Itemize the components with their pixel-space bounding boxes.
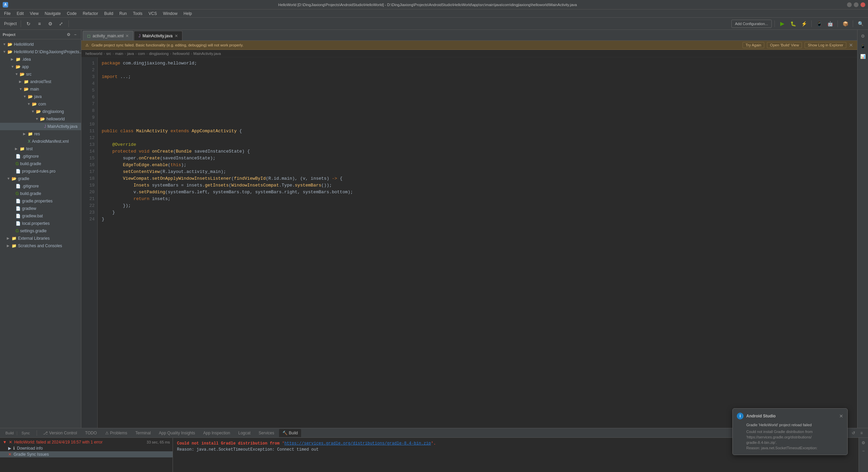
- tree-item[interactable]: 📄local.properties: [0, 220, 81, 227]
- breadcrumb-com[interactable]: com: [138, 52, 145, 56]
- menu-file[interactable]: File: [1, 11, 13, 17]
- tree-item[interactable]: ▼📂java: [0, 93, 81, 100]
- build-tree: ▼ ✕ HelloWorld: failed at 2024/4/19 16:5…: [0, 438, 173, 472]
- tree-item[interactable]: JMainActivity.java: [0, 123, 81, 130]
- tree-item[interactable]: ▼📂helloworld: [0, 115, 81, 123]
- toolbar-expand-btn[interactable]: ⤢: [56, 19, 66, 28]
- menu-run[interactable]: Run: [117, 11, 130, 17]
- breadcrumb-main[interactable]: main: [115, 52, 123, 56]
- menu-build[interactable]: Build: [101, 11, 116, 17]
- debug-button[interactable]: 🐛: [788, 19, 798, 28]
- tree-item[interactable]: Gsettings.gradle: [0, 227, 81, 235]
- avd-button[interactable]: 🤖: [825, 19, 835, 28]
- sync-banner-close[interactable]: ✕: [849, 42, 853, 48]
- toolbar-settings-btn[interactable]: ⚙: [45, 19, 55, 28]
- sdk-button[interactable]: 📦: [841, 19, 850, 28]
- build-filter-btn[interactable]: ≡: [858, 429, 865, 437]
- tab-build[interactable]: 🔨 Build: [279, 429, 301, 437]
- tree-item[interactable]: ▼📂HelloWorld: [0, 41, 81, 48]
- toolbar-sync-btn[interactable]: ↻: [24, 19, 33, 28]
- tab-problems[interactable]: ⚠ Problems: [102, 429, 131, 437]
- java-tab-close[interactable]: ✕: [175, 34, 178, 38]
- menu-vcs[interactable]: VCS: [146, 11, 160, 17]
- right-sidebar-btn-3[interactable]: 📊: [858, 52, 868, 61]
- notification-close-button[interactable]: ✕: [839, 413, 843, 419]
- code-content[interactable]: package com.dingjiaxiong.helloworld; imp…: [98, 57, 857, 428]
- menu-edit[interactable]: Edit: [14, 11, 26, 17]
- tree-item[interactable]: Gbuild.gradle: [0, 190, 81, 197]
- breadcrumb-mainactivity[interactable]: MainActivity.java: [193, 52, 221, 56]
- open-build-view-button[interactable]: Open 'Build' View: [767, 42, 802, 48]
- breadcrumb-src[interactable]: src: [106, 52, 111, 56]
- tree-item[interactable]: ▶📁androidTest: [0, 78, 81, 85]
- tree-item[interactable]: 📄gradle.properties: [0, 197, 81, 205]
- try-again-button[interactable]: Try Again: [743, 42, 764, 48]
- profile-button[interactable]: ⚡: [799, 19, 809, 28]
- build-tree-root[interactable]: ▼ ✕ HelloWorld: failed at 2024/4/19 16:5…: [0, 439, 173, 445]
- menu-refactor[interactable]: Refactor: [80, 11, 101, 17]
- panel-collapse-btn[interactable]: −: [72, 32, 78, 38]
- tab-services[interactable]: Services: [255, 429, 278, 437]
- tab-terminal[interactable]: Terminal: [132, 429, 154, 437]
- tree-item[interactable]: Gbuild.gradle: [0, 160, 81, 168]
- maximize-button[interactable]: [854, 2, 859, 7]
- tree-item[interactable]: ▼📂dingjiaxiong: [0, 108, 81, 115]
- menu-view[interactable]: View: [27, 11, 41, 17]
- tree-arrow: ▶: [19, 79, 22, 85]
- tree-item[interactable]: ▶📁.idea: [0, 56, 81, 63]
- xml-tab-close[interactable]: ✕: [125, 34, 129, 38]
- download-info-icon: ℹ: [13, 446, 15, 451]
- build-tree-gradle-sync[interactable]: ✕ Gradle Sync Issues: [0, 451, 173, 457]
- tree-icon: 📄: [16, 213, 21, 219]
- breadcrumb-dingjiaxiong[interactable]: dingjiaxiong: [149, 52, 169, 56]
- gradle-distribution-link[interactable]: https://services.gradle.org/distribution…: [284, 441, 431, 446]
- breadcrumb-helloworld2[interactable]: helloworld: [173, 52, 190, 56]
- tab-todo[interactable]: TODO: [82, 429, 100, 437]
- minimize-button[interactable]: [847, 2, 852, 7]
- menu-help[interactable]: Help: [181, 11, 195, 17]
- menu-tools[interactable]: Tools: [130, 11, 145, 17]
- right-sidebar-btn-2[interactable]: 📱: [858, 41, 868, 51]
- tree-item[interactable]: 📄proguard-rules.pro: [0, 168, 81, 175]
- tree-item[interactable]: 📄gradlew.bat: [0, 212, 81, 220]
- breadcrumb-java[interactable]: java: [127, 52, 134, 56]
- tree-item[interactable]: 📄.gitignore: [0, 182, 81, 190]
- run-button[interactable]: ▶: [777, 19, 787, 28]
- panel-settings-btn[interactable]: ⚙: [65, 32, 72, 38]
- tab-logcat[interactable]: Logcat: [235, 429, 254, 437]
- right-sidebar-btn-1[interactable]: ⚙: [858, 31, 868, 41]
- menu-window[interactable]: Window: [160, 11, 180, 17]
- tree-item[interactable]: ▶📁res: [0, 130, 81, 138]
- tree-item[interactable]: ▼📂gradle: [0, 175, 81, 182]
- tab-app-quality-insights[interactable]: App Quality Insights: [156, 429, 199, 437]
- breadcrumb-helloworld[interactable]: helloworld: [85, 52, 102, 56]
- tree-item[interactable]: XAndroidManifest.xml: [0, 138, 81, 145]
- close-button[interactable]: [861, 2, 865, 7]
- tree-item[interactable]: ▶📁External Libraries: [0, 235, 81, 242]
- toolbar-layout-btn[interactable]: ≡: [35, 19, 44, 28]
- tab-app-inspection[interactable]: App Inspection: [200, 429, 233, 437]
- device-manager-button[interactable]: 📱: [814, 19, 824, 28]
- tree-item[interactable]: ▼📂app: [0, 63, 81, 71]
- tree-item[interactable]: ▶📁Scratches and Consoles: [0, 242, 81, 250]
- build-restart-btn[interactable]: ↺: [850, 429, 857, 437]
- tree-item[interactable]: ▼📂main: [0, 85, 81, 93]
- menu-code[interactable]: Code: [64, 11, 79, 17]
- tab-activity-main-xml[interactable]: ◻ activity_main.xml ✕: [83, 31, 133, 40]
- download-info-label: Download info: [17, 446, 43, 451]
- tree-item[interactable]: 📄.gitignore: [0, 153, 81, 160]
- tree-item[interactable]: ▼📂com: [0, 100, 81, 108]
- build-tree-download-info[interactable]: ▶ ℹ Download info: [0, 445, 173, 451]
- tree-item[interactable]: 📄gradlew: [0, 205, 81, 212]
- build-settings-btn[interactable]: ⚙: [860, 439, 867, 447]
- tab-main-activity-java[interactable]: J MainActivity.java ✕: [134, 31, 182, 40]
- tree-item[interactable]: ▶📁test: [0, 145, 81, 153]
- show-log-button[interactable]: Show Log in Explorer: [805, 42, 846, 48]
- build-close-btn[interactable]: −: [860, 447, 867, 455]
- menu-navigate[interactable]: Navigate: [42, 11, 63, 17]
- search-button[interactable]: 🔍: [856, 19, 865, 28]
- tab-version-control[interactable]: ⎇ Version Control: [40, 429, 80, 437]
- run-config-button[interactable]: Add Configuration...: [731, 20, 772, 28]
- tree-item[interactable]: ▼📂HelloWorld D:\DingJiaxiong\Projects...: [0, 48, 81, 56]
- tree-item[interactable]: ▼📂src: [0, 71, 81, 78]
